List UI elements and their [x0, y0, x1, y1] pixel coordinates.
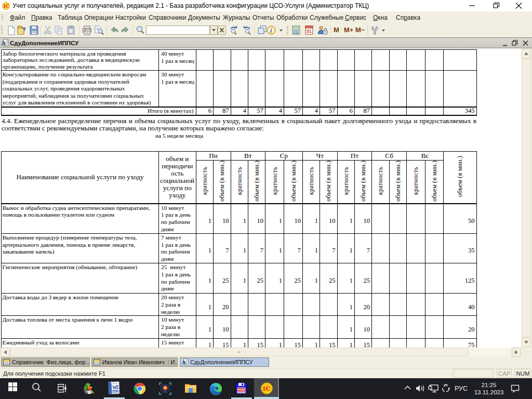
svg-text:А: А	[182, 360, 186, 365]
svg-text:1С: 1С	[262, 384, 271, 392]
svg-text:31: 31	[307, 29, 312, 34]
svg-text:А: А	[1, 39, 6, 47]
svg-text:1С: 1С	[3, 4, 9, 9]
